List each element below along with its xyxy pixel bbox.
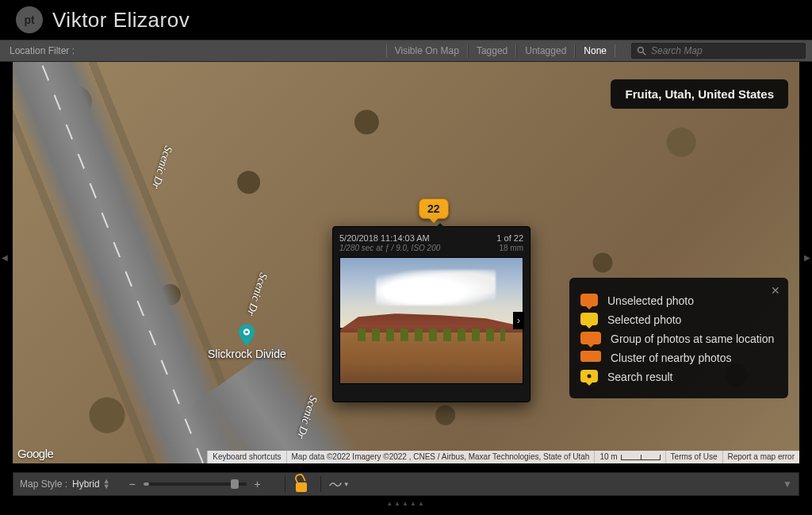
- legend-label: Unselected photo: [607, 294, 694, 307]
- cluster-count-badge: 22: [419, 198, 449, 219]
- zoom-slider[interactable]: [144, 482, 247, 486]
- map-data-attribution: Map data ©2022 Imagery ©2022 , CNES / Ai…: [286, 451, 595, 463]
- map-scale: 10 m: [594, 451, 665, 463]
- app-root: pt Viktor Elizarov Location Filter : Vis…: [0, 0, 812, 515]
- legend-label: Cluster of nearby photos: [611, 352, 732, 364]
- popup-focal-length: 18 mm: [499, 244, 523, 252]
- filter-options: Visible On Map Tagged Untagged None: [386, 44, 615, 57]
- legend-label: Search result: [607, 371, 672, 383]
- close-icon: ✕: [771, 284, 780, 297]
- search-icon: [637, 46, 646, 56]
- zoom-controls: − +: [126, 478, 264, 490]
- legend-close-button[interactable]: ✕: [771, 284, 780, 297]
- brand-logo: pt: [16, 6, 43, 33]
- lock-markers-button[interactable]: [293, 475, 309, 493]
- mapstyle-stepper-icon[interactable]: ▲▼: [103, 478, 110, 490]
- legend-row-search: Search result: [580, 370, 777, 384]
- popup-exposure: 1/280 sec at ƒ / 9.0, ISO 200: [339, 244, 440, 252]
- filter-tagged[interactable]: Tagged: [468, 44, 516, 57]
- popup-counter: 1 of 22: [496, 233, 523, 243]
- location-chip: Fruita, Utah, United States: [611, 79, 788, 109]
- report-map-error-link[interactable]: Report a map error: [722, 451, 799, 463]
- legend-row-unselected: Unselected photo: [580, 294, 777, 308]
- photo-cluster-pin[interactable]: 22: [419, 198, 449, 219]
- location-filter-label: Location Filter :: [6, 45, 75, 56]
- popup-timestamp: 5/20/2018 11:14:03 AM: [339, 233, 430, 243]
- identity-plate: Viktor Elizarov: [52, 8, 190, 33]
- svg-line-1: [643, 52, 646, 56]
- app-header: pt Viktor Elizarov: [0, 0, 812, 40]
- cluster-pin-icon: [580, 351, 601, 362]
- legend-row-group: Group of photos at same location: [580, 332, 777, 346]
- map-legend: ✕ Unselected photo Selected photo Group …: [569, 278, 788, 398]
- search-result-pin-icon: [580, 370, 598, 382]
- legend-row-cluster: Cluster of nearby photos: [580, 351, 777, 365]
- group-pin-icon: [580, 332, 601, 344]
- mapstyle-select[interactable]: Hybrid: [72, 478, 100, 490]
- filter-untagged[interactable]: Untagged: [516, 44, 575, 57]
- filter-none[interactable]: None: [575, 44, 615, 57]
- mapstyle-label: Map Style :: [20, 478, 67, 490]
- scale-bar-icon: [621, 455, 661, 460]
- next-photo-button[interactable]: ›: [513, 312, 524, 329]
- zoom-out-button[interactable]: −: [126, 478, 139, 490]
- terms-of-use-link[interactable]: Terms of Use: [665, 451, 722, 463]
- tracklog-icon: [329, 480, 342, 488]
- toolbar-collapse-button[interactable]: ▼: [783, 478, 792, 490]
- chevron-right-icon: ›: [517, 315, 520, 326]
- toolbar-divider: [320, 476, 321, 492]
- bottom-panel-grip[interactable]: ▲▲▲▲▲: [386, 500, 426, 507]
- unselected-pin-icon: [580, 294, 598, 306]
- location-filter-bar: Location Filter : Visible On Map Tagged …: [0, 40, 812, 62]
- tracklog-button[interactable]: ▼: [329, 478, 350, 490]
- toolbar-divider: [285, 476, 285, 492]
- keyboard-shortcuts-link[interactable]: Keyboard shortcuts: [207, 451, 285, 463]
- scale-label: 10 m: [599, 452, 617, 463]
- zoom-in-button[interactable]: +: [251, 478, 264, 490]
- map-canvas[interactable]: Scenic Dr Scenic Dr Scenic Dr Slickrock …: [13, 62, 799, 463]
- thumbnail-image: [339, 257, 523, 384]
- right-panel-toggle[interactable]: ▶: [804, 248, 810, 267]
- legend-label: Selected photo: [607, 313, 681, 326]
- map-toolbar: Map Style : Hybrid ▲▼ − + ▼ ▼: [13, 472, 799, 496]
- svg-point-0: [638, 48, 644, 53]
- left-panel-toggle[interactable]: ◀: [2, 248, 8, 267]
- photo-preview-popup: 5/20/2018 11:14:03 AM 1 of 22 1/280 sec …: [332, 226, 530, 402]
- legend-row-selected: Selected photo: [580, 313, 777, 327]
- search-map-input[interactable]: [646, 45, 800, 56]
- legend-label: Group of photos at same location: [611, 332, 774, 345]
- popup-footer: [339, 387, 523, 395]
- filter-visible-on-map[interactable]: Visible On Map: [386, 44, 468, 57]
- zoom-slider-thumb[interactable]: [231, 479, 239, 489]
- lock-body-icon: [296, 482, 307, 492]
- map-attribution-bar: Keyboard shortcuts Map data ©2022 Imager…: [13, 451, 799, 463]
- popup-thumbnail[interactable]: ›: [339, 257, 523, 384]
- search-map-field[interactable]: [631, 43, 806, 59]
- selected-pin-icon: [580, 313, 598, 325]
- chevron-down-icon: ▼: [343, 481, 350, 488]
